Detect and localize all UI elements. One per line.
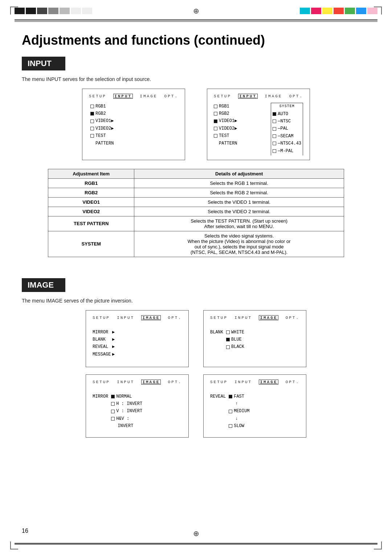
sys-secam: —SECAM [273, 133, 301, 140]
cb-secam [273, 134, 276, 138]
bar-left [15, 8, 92, 14]
top-border-thick [15, 20, 377, 20]
checkbox-test [90, 134, 94, 138]
sys-pal: —PAL [273, 125, 301, 132]
table-item-rgb1: RGB1 [48, 178, 134, 188]
menu-item-r-video1: VIDEO1▶ [214, 117, 265, 125]
image-menu-br-top: SETUP INPUT IMAGE OPT. [210, 379, 299, 386]
cb-mpal [273, 149, 276, 153]
bar-block-3 [37, 8, 47, 14]
system-items: AUTO —NTSC —PAL [271, 110, 303, 155]
label-video2: VIDEO2▶ [95, 125, 114, 132]
reveal-medium: MEDIUM [229, 407, 249, 415]
cb-medium [229, 410, 232, 413]
top-bar [0, 0, 392, 18]
table-row: VIDEO1 Selects the VIDEO 1 terminal. [48, 197, 344, 207]
blank-options: WHITE BLUE BLACK [226, 329, 244, 351]
cb-hv [111, 417, 115, 421]
label-rgb2: RGB2 [95, 110, 106, 117]
checkbox-video2 [90, 127, 94, 130]
menu-item-video1: VIDEO1▶ [90, 117, 178, 125]
blank-label: BLANK [210, 329, 223, 336]
reveal-up-arrow: ↑ [229, 400, 249, 407]
image-menu-br: SETUP INPUT IMAGE OPT. REVEAL FAST [203, 374, 306, 438]
image-menu-bl-top: SETUP INPUT IMAGE OPT. [93, 379, 182, 386]
top-center-crosshair [92, 7, 300, 15]
input-section-desc: The menu INPUT serves for the selection … [22, 76, 370, 82]
input-menu-left-items: RGB1 RGB2 VIDEO1▶ VIDEO2▶ [89, 103, 178, 147]
image-menu-bottom-row: SETUP INPUT IMAGE OPT. MIRROR NORMAL [22, 374, 370, 438]
menu-item-pattern: PATTERN [90, 140, 178, 147]
mirror-options: NORMAL H : INVERT V : INVERT [111, 393, 142, 430]
input-menu-right-items: RGB1 RGB2 VIDEO1▶ [214, 103, 265, 155]
input-menu-right-content: RGB1 RGB2 VIDEO1▶ [214, 103, 303, 155]
checkbox-video1 [90, 119, 94, 123]
blank-item: BLANK ▶ [93, 336, 182, 343]
page-number-label: 16 [22, 528, 28, 534]
table-item-testpattern: TEST PATTERN [48, 216, 134, 231]
menu-item-r-pattern: PATTERN [214, 140, 265, 147]
mirror-hv1: H&V : [111, 415, 142, 422]
reveal-down-arrow: ↓ [229, 415, 249, 422]
system-options-group: SYSTEM AUTO —NTSC [271, 103, 303, 155]
system-label: SYSTEM [271, 103, 303, 110]
reveal-item: REVEAL ▶ [93, 343, 182, 350]
blank-group: BLANK WHITE BLUE [210, 329, 299, 351]
cb-ntsc [273, 119, 276, 123]
bar-right [300, 8, 377, 14]
bar-block-7 [82, 8, 92, 14]
menu-item-rgb2: RGB2 [90, 110, 178, 117]
bottom-border-thin [15, 543, 377, 543]
mirror-group: MIRROR NORMAL H : INVERT [93, 393, 182, 430]
label-video1: VIDEO1▶ [95, 117, 114, 125]
input-table-container: Adjustment Item Details of adjustment RG… [22, 169, 370, 268]
checkbox-r-rgb1 [214, 105, 217, 108]
cb-fast [229, 395, 232, 398]
table-row: RGB2 Selects the RGB 2 terminal. [48, 188, 344, 197]
sys-ntsc: —NTSC [273, 118, 301, 125]
checkbox-r-video1 [214, 119, 217, 123]
image-section: IMAGE The menu IMAGE serves of the pictu… [22, 278, 370, 438]
label-rgb1: RGB1 [95, 103, 106, 110]
input-menu-row: SETUP INPUT IMAGE OPT. RGB1 RGB2 [22, 89, 370, 160]
cb-slow [229, 424, 232, 428]
page-title: Adjustments and functions (continued) [22, 33, 370, 48]
table-header-detail: Details of adjustment [134, 169, 344, 178]
message-item: MESSAGE ▶ [93, 351, 182, 358]
table-item-video1: VIDEO1 [48, 197, 134, 207]
menu-item-r-rgb2: RGB2 [214, 110, 265, 117]
bottom-crosshair: ⊕ [193, 529, 199, 538]
mirror-hinvert: H : INVERT [111, 400, 142, 407]
bar-color-4 [334, 8, 344, 14]
bar-block-6 [71, 8, 81, 14]
blank-black: BLACK [226, 343, 244, 350]
mirror-normal: NORMAL [111, 393, 142, 400]
crosshair-top [192, 7, 200, 15]
input-menu-left-top: SETUP INPUT IMAGE OPT. [89, 93, 178, 100]
bottom-border-thick [15, 544, 377, 544]
menu-item-video2: VIDEO2▶ [90, 125, 178, 132]
table-row: SYSTEM Selects the video signal systems.… [48, 231, 344, 257]
bar-color-5 [345, 8, 355, 14]
input-section-header: INPUT [22, 57, 65, 70]
checkbox-rgb1 [90, 105, 94, 108]
image-menu-bl: SETUP INPUT IMAGE OPT. MIRROR NORMAL [86, 374, 189, 438]
menu-item-test: TEST [90, 132, 178, 139]
reveal-group: REVEAL FAST ↑ [210, 393, 299, 430]
cb-pal [273, 127, 276, 131]
table-row: VIDEO2 Selects the VIDEO 2 terminal. [48, 207, 344, 216]
blank-blue: BLUE [226, 336, 244, 343]
bar-block-4 [48, 8, 58, 14]
mirror-item: MIRROR ▶ [93, 329, 182, 336]
cb-vinvert [111, 410, 115, 413]
blank-white: WHITE [226, 329, 244, 336]
label-pattern: PATTERN [95, 140, 114, 147]
input-menu-right-top: SETUP INPUT IMAGE OPT. [214, 93, 303, 100]
checkbox-r-video2 [214, 127, 217, 130]
checkbox-r-test [214, 134, 217, 138]
image-section-header: IMAGE [22, 278, 65, 292]
cb-black [226, 345, 230, 349]
bar-block-5 [60, 8, 70, 14]
menu-item-r-rgb1: RGB1 [214, 103, 265, 110]
table-detail-video2: Selects the VIDEO 2 terminal. [134, 207, 344, 216]
